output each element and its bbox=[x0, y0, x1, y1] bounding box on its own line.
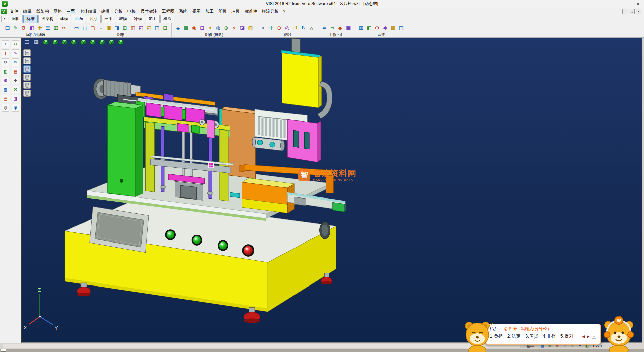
view-cube-icon[interactable] bbox=[60, 38, 68, 46]
toolbar-icon-button[interactable]: ▤ bbox=[4, 24, 11, 32]
ime-candidate[interactable]: 2.法定 bbox=[507, 333, 521, 339]
view-cube-icon[interactable] bbox=[89, 38, 97, 46]
menu-item[interactable]: 系统 bbox=[177, 8, 190, 15]
toolbar-icon-button[interactable]: ▢ bbox=[89, 24, 97, 32]
toolbar-icon-button[interactable]: ◆ bbox=[336, 24, 344, 32]
ime-candidate[interactable]: 4.非得 bbox=[543, 333, 556, 339]
toolbar-icon-button[interactable]: ◨ bbox=[113, 24, 121, 32]
toolbar-icon-button[interactable]: ◪ bbox=[238, 24, 246, 32]
left-tool-icon-button[interactable]: ◍ bbox=[2, 104, 9, 112]
menu-item[interactable]: 实体编辑 bbox=[77, 8, 99, 15]
menu-item[interactable]: 电极 bbox=[125, 8, 138, 15]
menu-item[interactable]: 工程图 bbox=[160, 8, 177, 15]
ribbon-tab[interactable]: 编辑 bbox=[9, 15, 23, 23]
mdi-restore-button[interactable]: □ bbox=[629, 9, 635, 14]
toolbar-icon-button[interactable]: ⌂ bbox=[308, 24, 315, 32]
layer-stack-icon[interactable] bbox=[23, 65, 31, 73]
ribbon-tab[interactable]: 建模 bbox=[57, 15, 71, 23]
left-tool-icon-button[interactable]: ✏ bbox=[12, 58, 19, 66]
menu-item[interactable]: 加工 bbox=[203, 8, 216, 15]
left-tool-icon-button[interactable]: ◧ bbox=[2, 68, 9, 75]
left-tool-icon-button[interactable]: ✖ bbox=[12, 86, 19, 93]
menu-item[interactable]: 建模 bbox=[99, 8, 112, 15]
left-tool-icon-button[interactable]: ◉ bbox=[12, 104, 19, 112]
toolbar-icon-button[interactable]: ✱ bbox=[381, 24, 389, 32]
ime-candidate[interactable]: 5.反对 bbox=[560, 333, 574, 339]
mdi-minimize-button[interactable]: ─ bbox=[622, 9, 628, 14]
toolbar-icon-button[interactable]: ◍ bbox=[214, 24, 222, 32]
toolbar-icon-button[interactable]: ⊙ bbox=[275, 24, 283, 32]
toolbar-icon-button[interactable]: ◧ bbox=[365, 24, 373, 32]
toolbar-icon-button[interactable]: ▭ bbox=[73, 24, 80, 32]
ime-more-icon[interactable]: ▾ bbox=[592, 334, 596, 339]
toolbar-icon-button[interactable]: ▣ bbox=[105, 24, 113, 32]
menu-item[interactable]: 线架构 bbox=[34, 8, 51, 15]
toolbar-icon-button[interactable]: ⊕ bbox=[222, 24, 230, 32]
ime-candidate[interactable]: 3.房贷 bbox=[525, 333, 538, 339]
toolbar-icon-button[interactable]: ✚ bbox=[36, 24, 44, 32]
left-tool-icon-button[interactable]: ⚙ bbox=[2, 77, 9, 84]
toolbar-icon-button[interactable]: ⌖ bbox=[259, 24, 267, 32]
maximize-button[interactable]: □ bbox=[620, 0, 632, 8]
view-cube-icon[interactable] bbox=[42, 38, 50, 46]
ime-hint[interactable]: ① 打开手写输入(分号+X) bbox=[504, 326, 549, 332]
menu-item[interactable]: 模流分析 bbox=[260, 8, 281, 15]
menu-item[interactable]: 标准件 bbox=[242, 8, 260, 15]
left-tool-icon-button[interactable]: ▤ bbox=[2, 95, 9, 102]
left-tool-icon-button[interactable]: ✂ bbox=[12, 40, 19, 48]
left-tool-icon-button[interactable]: ✛ bbox=[2, 49, 9, 57]
ribbon-tab[interactable]: 曲面 bbox=[72, 15, 86, 23]
left-tool-icon-button[interactable]: ✎ bbox=[12, 49, 19, 57]
toolbar-icon-button[interactable]: ◈ bbox=[174, 24, 182, 32]
toolbar-icon-button[interactable]: ☰ bbox=[44, 24, 52, 32]
toolbar-icon-button[interactable]: ▩ bbox=[182, 24, 190, 32]
toolbar-icon-button[interactable]: ✂ bbox=[60, 24, 68, 32]
left-tool-icon-button[interactable]: ▦ bbox=[12, 68, 19, 75]
tab-dropdown-button[interactable]: ▼ bbox=[1, 16, 8, 22]
prev-page-icon[interactable]: ◀ bbox=[582, 334, 585, 339]
menu-item[interactable]: 分析 bbox=[112, 8, 125, 15]
toolbar-icon-button[interactable]: ◉ bbox=[190, 24, 198, 32]
toolbar-icon-button[interactable]: ▣ bbox=[344, 24, 352, 32]
left-tool-icon-button[interactable]: ✚ bbox=[12, 77, 19, 84]
left-tool-icon-button[interactable]: ↺ bbox=[2, 58, 9, 66]
toolbar-icon-button[interactable]: ✦ bbox=[206, 24, 214, 32]
menu-item[interactable]: 曲面 bbox=[64, 8, 77, 15]
toolbar-icon-button[interactable]: ⊡ bbox=[198, 24, 206, 32]
toolbar-icon-button[interactable]: ▫ bbox=[97, 24, 105, 32]
close-button[interactable]: × bbox=[632, 0, 644, 8]
ribbon-tab[interactable]: 加工 bbox=[146, 15, 160, 23]
ribbon-tab[interactable]: 模流 bbox=[160, 15, 174, 23]
view-cube-icon[interactable] bbox=[79, 38, 87, 46]
toolbar-icon-button[interactable]: ▨ bbox=[247, 24, 254, 32]
view-cube-icon[interactable] bbox=[117, 38, 125, 46]
toolbar-icon-button[interactable]: ▰ bbox=[320, 24, 328, 32]
layer-stack-icon[interactable] bbox=[23, 57, 31, 64]
toolbar-icon-button[interactable]: ◫ bbox=[397, 24, 405, 32]
ribbon-tab[interactable]: 冲模 bbox=[131, 15, 145, 23]
viewport-3d[interactable] bbox=[21, 38, 644, 343]
toolbar-icon-button[interactable]: ▦ bbox=[52, 24, 60, 32]
toolbar-icon-button[interactable]: ✛ bbox=[267, 24, 275, 32]
toolbar-icon-button[interactable]: ▱ bbox=[328, 24, 336, 32]
menu-item[interactable]: 冲模 bbox=[229, 8, 242, 15]
toolbar-icon-button[interactable]: ◧ bbox=[28, 24, 36, 32]
toolbar-icon-button[interactable]: ◻ bbox=[81, 24, 89, 32]
toolbar-icon-button[interactable]: ⚙ bbox=[20, 24, 28, 32]
toolbar-icon-button[interactable]: ⚙ bbox=[373, 24, 381, 32]
menu-item[interactable]: 文件 bbox=[8, 8, 21, 15]
ribbon-tab[interactable]: 线架构 bbox=[38, 15, 56, 23]
next-page-icon[interactable]: ▶ bbox=[587, 334, 590, 339]
ribbon-tab[interactable]: 标准 bbox=[23, 15, 38, 23]
view-grid-icon[interactable]: ▦ bbox=[32, 38, 40, 46]
menu-item[interactable]: 编辑 bbox=[21, 8, 34, 15]
toolbar-icon-button[interactable]: ↺ bbox=[291, 24, 299, 32]
view-list-icon[interactable]: ▤ bbox=[23, 38, 31, 46]
menu-item[interactable]: 视图 bbox=[190, 8, 203, 15]
view-cube-icon[interactable] bbox=[51, 38, 59, 46]
left-tool-icon-button[interactable]: ⌖ bbox=[2, 40, 9, 48]
ribbon-tab[interactable]: 塑膜 bbox=[116, 15, 130, 23]
view-cube-icon[interactable] bbox=[98, 38, 106, 46]
left-tool-icon-button[interactable]: ▧ bbox=[2, 86, 9, 93]
menu-item[interactable]: 塑模 bbox=[216, 8, 229, 15]
